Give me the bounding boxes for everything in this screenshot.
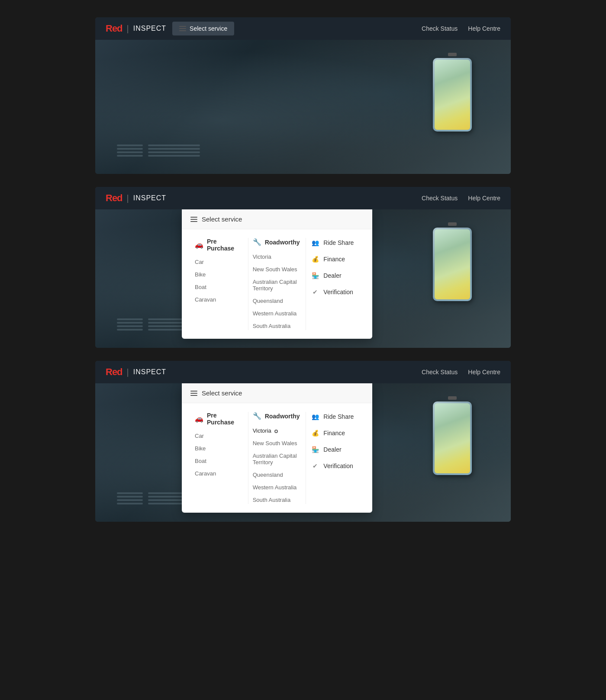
ride-share-item-2[interactable]: 👥 Ride Share	[310, 238, 359, 247]
finance-label-2: Finance	[323, 256, 345, 263]
logo-inspect-1: INSPECT	[133, 25, 166, 32]
window-1: Red | INSPECT Select service Check Statu…	[95, 17, 511, 174]
roadworthy-sa-3[interactable]: South Australia	[253, 496, 302, 504]
roadworthy-wa-2[interactable]: Western Australia	[253, 309, 302, 318]
roadworthy-wa-3[interactable]: Western Australia	[253, 483, 302, 491]
roadworthy-sa-2[interactable]: South Australia	[253, 322, 302, 330]
roadworthy-qld-3[interactable]: Queensland	[253, 471, 302, 479]
roadworthy-header-2: 🔧 Roadworthy	[253, 238, 302, 247]
finance-icon-3: 💰	[310, 428, 320, 438]
check-status-link-1[interactable]: Check Status	[422, 25, 458, 32]
finance-item-3[interactable]: 💰 Finance	[310, 428, 359, 438]
pre-purchase-header-3: 🚗 Pre Purchase	[195, 412, 244, 426]
roadworthy-vic-2[interactable]: Victoria	[253, 253, 302, 261]
roadworthy-items-2: Victoria New South Wales Australian Capi…	[253, 253, 302, 330]
verification-icon-2: ✔	[310, 287, 320, 297]
check-status-link-3[interactable]: Check Status	[422, 369, 458, 376]
navbar-right-2: Check Status Help Centre	[422, 195, 500, 202]
roadworthy-title-2: Roadworthy	[265, 239, 300, 246]
help-centre-link-3[interactable]: Help Centre	[468, 369, 500, 376]
pre-purchase-boat-2[interactable]: Boat	[195, 283, 244, 291]
logo-separator-3: |	[127, 367, 129, 377]
dealer-label-2: Dealer	[323, 272, 341, 279]
navbar-left-3: Red | INSPECT	[106, 366, 166, 378]
roadworthy-act-2[interactable]: Australian Capital Territory	[253, 278, 302, 292]
hero-1	[95, 40, 511, 174]
finance-item-2[interactable]: 💰 Finance	[310, 254, 359, 264]
pre-purchase-boat-3[interactable]: Boat	[195, 457, 244, 465]
roadworthy-qld-2[interactable]: Queensland	[253, 297, 302, 305]
dealer-item-2[interactable]: 🏪 Dealer	[310, 271, 359, 280]
logo-red-3: Red	[106, 366, 122, 378]
roadworthy-nsw-2[interactable]: New South Wales	[253, 265, 302, 273]
pre-purchase-header-2: 🚗 Pre Purchase	[195, 238, 244, 252]
logo-inspect-2: INSPECT	[133, 194, 166, 202]
ride-share-label-3: Ride Share	[323, 413, 354, 420]
dealer-icon-2: 🏪	[310, 271, 320, 280]
pre-purchase-car-2[interactable]: Car	[195, 258, 244, 266]
pre-purchase-col-3: 🚗 Pre Purchase Car Bike Boat Caravan	[190, 412, 248, 504]
phone-mount-1	[429, 53, 476, 139]
pre-purchase-bike-3[interactable]: Bike	[195, 444, 244, 453]
pre-purchase-items-2: Car Bike Boat Caravan	[195, 258, 244, 304]
roadworthy-icon-3: 🔧	[253, 412, 261, 421]
phone-mount-3	[429, 396, 476, 483]
dropdown-hamburger-icon-2	[190, 217, 197, 222]
right-col-3: 👥 Ride Share 💰 Finance 🏪 Dealer ✔ Verifi…	[306, 412, 364, 504]
hero-3: Select service 🚗 Pre Purchase Car Bike B…	[95, 383, 511, 522]
verification-item-2[interactable]: ✔ Verification	[310, 287, 359, 297]
navbar-1: Red | INSPECT Select service Check Statu…	[95, 17, 511, 40]
navbar-right-1: Check Status Help Centre	[422, 25, 500, 32]
navbar-2: Red | INSPECT Check Status Help Centre	[95, 187, 511, 209]
pre-purchase-bike-2[interactable]: Bike	[195, 270, 244, 279]
logo-separator-2: |	[127, 193, 129, 203]
phone-mount-2	[429, 222, 476, 309]
pre-purchase-caravan-2[interactable]: Caravan	[195, 295, 244, 304]
hamburger-icon-1	[179, 26, 186, 31]
help-centre-link-1[interactable]: Help Centre	[468, 25, 500, 32]
dealer-label-3: Dealer	[323, 446, 341, 453]
dropdown-title-3: Select service	[202, 389, 242, 397]
ride-share-label-2: Ride Share	[323, 239, 354, 246]
cursor-icon-3	[274, 430, 278, 433]
pre-purchase-icon-3: 🚗	[195, 414, 203, 423]
verification-item-3[interactable]: ✔ Verification	[310, 461, 359, 471]
select-service-btn-1[interactable]: Select service	[172, 22, 234, 35]
ride-share-item-3[interactable]: 👥 Ride Share	[310, 412, 359, 421]
finance-icon-2: 💰	[310, 254, 320, 264]
dealer-item-3[interactable]: 🏪 Dealer	[310, 445, 359, 454]
logo-area-1: Red | INSPECT	[106, 23, 166, 34]
roadworthy-header-3: 🔧 Roadworthy	[253, 412, 302, 421]
vents-1	[117, 144, 200, 157]
roadworthy-icon-2: 🔧	[253, 238, 261, 247]
dropdown-panel-2: Select service 🚗 Pre Purchase Car Bike B…	[182, 209, 372, 339]
pre-purchase-car-3[interactable]: Car	[195, 432, 244, 440]
dropdown-header-2: Select service	[182, 209, 372, 229]
right-col-2: 👥 Ride Share 💰 Finance 🏪 Dealer ✔ Verifi…	[306, 238, 364, 330]
navbar-left-2: Red | INSPECT	[106, 193, 166, 204]
pre-purchase-caravan-3[interactable]: Caravan	[195, 469, 244, 478]
ride-share-icon-2: 👥	[310, 238, 320, 247]
pre-purchase-icon-2: 🚗	[195, 241, 203, 249]
navbar-3: Red | INSPECT Check Status Help Centre	[95, 361, 511, 383]
ride-share-icon-3: 👥	[310, 412, 320, 421]
hero-2: Select service 🚗 Pre Purchase Car Bike B…	[95, 209, 511, 348]
roadworthy-vic-3[interactable]: Victoria	[253, 427, 302, 435]
help-centre-link-2[interactable]: Help Centre	[468, 195, 500, 202]
navbar-left-1: Red | INSPECT Select service	[106, 22, 234, 35]
verification-label-2: Verification	[323, 289, 353, 295]
roadworthy-col-2: 🔧 Roadworthy Victoria New South Wales Au…	[248, 238, 306, 330]
finance-label-3: Finance	[323, 430, 345, 437]
verification-label-3: Verification	[323, 462, 353, 469]
roadworthy-act-3[interactable]: Australian Capital Territory	[253, 452, 302, 466]
roadworthy-col-3: 🔧 Roadworthy Victoria New South Wales Au…	[248, 412, 306, 504]
dealer-icon-3: 🏪	[310, 445, 320, 454]
logo-red-2: Red	[106, 193, 122, 204]
window-3: Red | INSPECT Check Status Help Centre	[95, 361, 511, 522]
check-status-link-2[interactable]: Check Status	[422, 195, 458, 202]
roadworthy-nsw-3[interactable]: New South Wales	[253, 439, 302, 447]
logo-area-2: Red | INSPECT	[106, 193, 166, 204]
pre-purchase-col-2: 🚗 Pre Purchase Car Bike Boat Caravan	[190, 238, 248, 330]
roadworthy-title-3: Roadworthy	[265, 413, 300, 420]
navbar-right-3: Check Status Help Centre	[422, 369, 500, 376]
